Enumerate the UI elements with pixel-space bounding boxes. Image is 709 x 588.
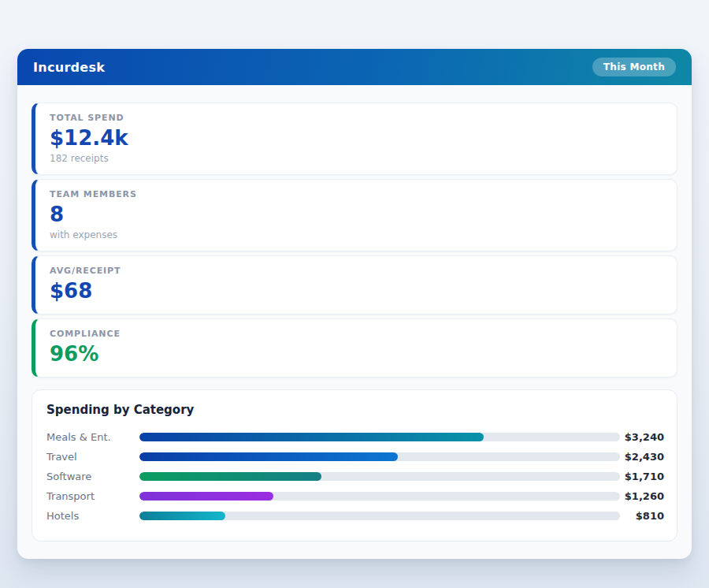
stats-list: TOTAL SPEND$12.4k182 receiptsTEAM MEMBER… [32, 102, 677, 378]
stat-subtext: with expenses [50, 229, 663, 240]
stat-label: TEAM MEMBERS [50, 189, 663, 199]
spending-chart-card: Spending by Category Meals & Ent.$3,240T… [32, 389, 677, 541]
stat-value: 8 [50, 203, 663, 227]
chart-value-label: $1,260 [620, 490, 664, 502]
chart-row: Transport$1,260 [46, 486, 664, 506]
stat-value: 96% [50, 343, 663, 367]
stat-card: TEAM MEMBERS8with expenses [32, 179, 677, 251]
chart-rows: Meals & Ent.$3,240Travel$2,430Software$1… [46, 427, 664, 526]
chart-row: Meals & Ent.$3,240 [46, 427, 664, 447]
chart-bar-fill [139, 492, 273, 501]
chart-bar-fill [139, 472, 321, 481]
stat-value: $68 [50, 280, 663, 303]
stat-subtext: 182 receipts [50, 153, 663, 164]
stat-label: AVG/RECEIPT [50, 266, 663, 276]
chart-bar-fill [139, 433, 484, 441]
chart-row: Software$1,710 [46, 467, 664, 486]
app-title: Incurdesk [33, 60, 105, 75]
chart-bar-track [139, 452, 620, 461]
chart-row: Hotels$810 [46, 506, 664, 526]
chart-bar-track [139, 472, 620, 481]
stat-card: TOTAL SPEND$12.4k182 receipts [32, 102, 677, 175]
chart-bar-fill [139, 452, 398, 461]
chart-category-label: Meals & Ent. [46, 431, 139, 443]
dashboard-panel: Incurdesk This Month TOTAL SPEND$12.4k18… [17, 49, 692, 559]
chart-category-label: Hotels [46, 510, 139, 522]
chart-bar-track [139, 512, 620, 520]
stat-value: $12.4k [50, 127, 663, 151]
chart-value-label: $3,240 [620, 431, 664, 443]
chart-value-label: $1,710 [620, 471, 664, 482]
app-header: Incurdesk This Month [17, 49, 692, 85]
chart-bar-track [139, 433, 620, 441]
chart-value-label: $810 [620, 510, 664, 522]
chart-row: Travel$2,430 [46, 447, 664, 467]
period-badge[interactable]: This Month [592, 58, 676, 76]
stat-card: AVG/RECEIPT$68 [32, 255, 677, 314]
chart-category-label: Travel [46, 451, 139, 463]
chart-bar-track [139, 492, 620, 501]
stat-label: COMPLIANCE [50, 329, 663, 339]
chart-value-label: $2,430 [620, 451, 664, 463]
chart-category-label: Transport [46, 490, 139, 502]
chart-bar-fill [139, 512, 225, 520]
chart-category-label: Software [46, 471, 139, 482]
chart-title: Spending by Category [46, 403, 664, 417]
dashboard-content: TOTAL SPEND$12.4k182 receiptsTEAM MEMBER… [17, 85, 692, 559]
stat-label: TOTAL SPEND [50, 113, 663, 123]
stat-card: COMPLIANCE96% [32, 318, 677, 378]
